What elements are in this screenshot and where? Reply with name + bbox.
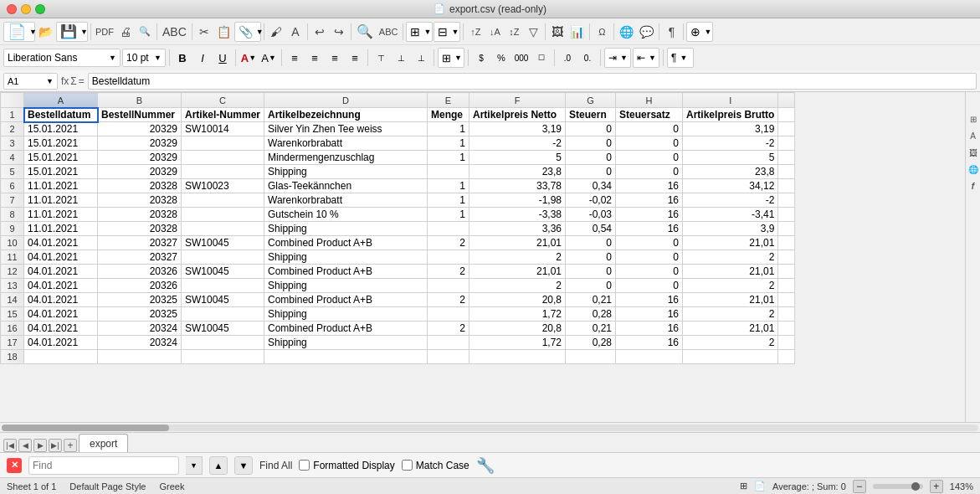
cell-2-4[interactable]: 1	[428, 122, 469, 136]
cell-10-3[interactable]: Combined Product A+B	[264, 236, 428, 250]
row-header-4[interactable]: 4	[1, 151, 24, 165]
cell-6-4[interactable]: 1	[428, 179, 469, 193]
row-header-10[interactable]: 10	[1, 236, 24, 250]
insert-chart-button[interactable]: 📊	[567, 22, 587, 42]
cell-7-8[interactable]: -2	[683, 193, 778, 208]
find-next-button[interactable]: ▼	[234, 456, 253, 475]
table-button[interactable]: ⊞▼	[406, 22, 433, 42]
cell-13-6[interactable]: 0	[566, 279, 616, 293]
cell-1-1[interactable]: BestellNummer	[98, 108, 182, 122]
insert-image-button[interactable]: 🖼	[548, 22, 567, 42]
cell-7-7[interactable]: 16	[616, 193, 683, 208]
cell-10-1[interactable]: 20327	[98, 236, 182, 250]
cell-5-5[interactable]: 23,8	[469, 165, 566, 179]
cell-9-4[interactable]	[428, 222, 469, 236]
find-input[interactable]	[28, 456, 179, 475]
sort-button[interactable]: ↕Z	[505, 22, 523, 42]
align-right-button[interactable]: ≡	[326, 49, 344, 67]
cell-9-1[interactable]: 20328	[98, 222, 182, 236]
cell-15-8[interactable]: 2	[683, 307, 778, 322]
formula-input[interactable]: Bestelldatum	[88, 73, 977, 90]
col-header-D[interactable]: D	[264, 93, 428, 108]
row-header-17[interactable]: 17	[1, 336, 24, 350]
sidebar-functions-icon[interactable]: f	[967, 179, 980, 193]
match-case-checkbox[interactable]	[402, 460, 413, 471]
cell-4-3[interactable]: Mindermengenzuschlag	[264, 151, 428, 165]
cell-1-3[interactable]: Artikelbezeichnung	[264, 108, 428, 122]
cell-11-2[interactable]	[182, 250, 264, 265]
cell-8-6[interactable]: -0,03	[566, 208, 616, 222]
comma-button[interactable]: ☐	[532, 49, 551, 67]
cell-7-3[interactable]: Warenkorbrabatt	[264, 193, 428, 208]
row-header-3[interactable]: 3	[1, 136, 24, 151]
cell-17-0[interactable]: 04.01.2021	[24, 336, 98, 350]
cell-11-8[interactable]: 2	[683, 250, 778, 265]
preview-button[interactable]: 🔍	[136, 22, 154, 42]
cell-18-1[interactable]	[98, 350, 182, 364]
cell-4-0[interactable]: 15.01.2021	[24, 151, 98, 165]
cell-13-3[interactable]: Shipping	[264, 279, 428, 293]
cell-14-6[interactable]: 0,21	[566, 293, 616, 307]
cell-15-7[interactable]: 16	[616, 307, 683, 322]
export-pdf-button[interactable]: PDF	[94, 22, 115, 42]
cell-10-6[interactable]: 0	[566, 236, 616, 250]
cell-1-7[interactable]: Steuersatz	[616, 108, 683, 122]
col-header-G[interactable]: G	[566, 93, 616, 108]
cell-2-5[interactable]: 3,19	[469, 122, 566, 136]
cell-10-0[interactable]: 04.01.2021	[24, 236, 98, 250]
find-prev-button[interactable]: ▲	[209, 456, 228, 475]
cell-12-3[interactable]: Combined Product A+B	[264, 265, 428, 279]
cell-17-1[interactable]: 20324	[98, 336, 182, 350]
cell-9-0[interactable]: 11.01.2021	[24, 222, 98, 236]
row-header-11[interactable]: 11	[1, 250, 24, 265]
cell-8-1[interactable]: 20328	[98, 208, 182, 222]
align-left-button[interactable]: ≡	[285, 49, 304, 67]
cell-13-0[interactable]: 04.01.2021	[24, 279, 98, 293]
undo-button[interactable]: ↩	[310, 22, 329, 42]
cell-11-5[interactable]: 2	[469, 250, 566, 265]
underline-button[interactable]: U	[213, 49, 232, 67]
zoom-slider[interactable]	[873, 484, 923, 489]
row-header-8[interactable]: 8	[1, 208, 24, 222]
tab-next-button[interactable]: ▶	[33, 439, 47, 452]
cell-11-3[interactable]: Shipping	[264, 250, 428, 265]
cell-11-4[interactable]	[428, 250, 469, 265]
row-header-18[interactable]: 18	[1, 350, 24, 364]
cell-6-3[interactable]: Glas-Teekännchen	[264, 179, 428, 193]
paragraph-button[interactable]: ¶▼	[667, 48, 694, 68]
cell-8-8[interactable]: -3,41	[683, 208, 778, 222]
cell-reference-box[interactable]: A1 ▼	[3, 73, 58, 90]
sheet-tab-export[interactable]: export	[79, 434, 128, 452]
col-header-E[interactable]: E	[428, 93, 469, 108]
cell-14-1[interactable]: 20325	[98, 293, 182, 307]
cell-5-0[interactable]: 15.01.2021	[24, 165, 98, 179]
cell-5-3[interactable]: Shipping	[264, 165, 428, 179]
cell-8-5[interactable]: -3,38	[469, 208, 566, 222]
cell-11-0[interactable]: 04.01.2021	[24, 250, 98, 265]
cell-7-5[interactable]: -1,98	[469, 193, 566, 208]
sidebar-styles-icon[interactable]: A	[967, 129, 980, 142]
cell-8-0[interactable]: 11.01.2021	[24, 208, 98, 222]
font-selector[interactable]: Liberation Sans ▼	[3, 49, 121, 67]
copy-button[interactable]: 📋	[214, 22, 233, 42]
cell-7-1[interactable]: 20328	[98, 193, 182, 208]
cell-2-2[interactable]: SW10014	[182, 122, 264, 136]
cell-8-3[interactable]: Gutschein 10 %	[264, 208, 428, 222]
currency-button[interactable]: $	[472, 49, 490, 67]
cell-10-8[interactable]: 21,01	[683, 236, 778, 250]
cell-1-2[interactable]: Artikel-Nummer	[182, 108, 264, 122]
cell-15-4[interactable]	[428, 307, 469, 322]
cell-15-1[interactable]: 20325	[98, 307, 182, 322]
cell-11-7[interactable]: 0	[616, 250, 683, 265]
row-header-16[interactable]: 16	[1, 322, 24, 336]
cell-11-6[interactable]: 0	[566, 250, 616, 265]
tab-first-button[interactable]: |◀	[3, 439, 17, 452]
cell-15-5[interactable]: 1,72	[469, 307, 566, 322]
cell-15-0[interactable]: 04.01.2021	[24, 307, 98, 322]
cell-16-3[interactable]: Combined Product A+B	[264, 322, 428, 336]
cell-9-5[interactable]: 3,36	[469, 222, 566, 236]
cell-12-5[interactable]: 21,01	[469, 265, 566, 279]
cell-14-0[interactable]: 04.01.2021	[24, 293, 98, 307]
outdent-button[interactable]: ⇤▼	[633, 48, 659, 68]
cell-4-5[interactable]: 5	[469, 151, 566, 165]
